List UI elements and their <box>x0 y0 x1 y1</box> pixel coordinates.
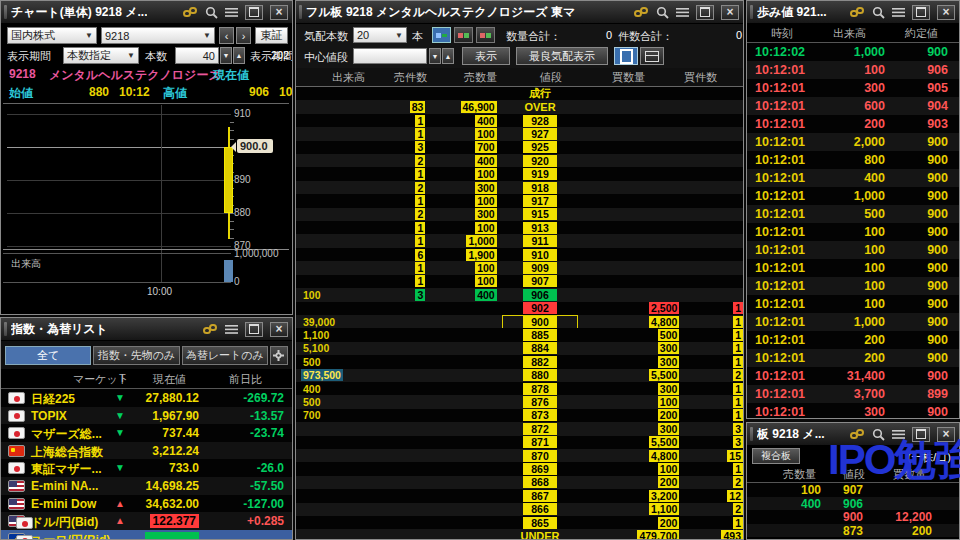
price-cell[interactable]: 871 <box>523 436 557 448</box>
orderbook-row[interactable]: 9022,5001 <box>296 302 743 315</box>
buy-qty-cell[interactable]: 300 <box>658 342 680 354</box>
buy-count-cell[interactable]: 2 <box>733 476 743 488</box>
orderbook-row[interactable]: 7008732001 <box>296 409 743 422</box>
buy-qty-cell[interactable]: 200 <box>658 476 680 488</box>
menu-icon[interactable] <box>676 7 689 18</box>
orderbook-row[interactable]: 1100907 <box>296 275 743 288</box>
sell-count-cell[interactable]: 2 <box>415 155 425 167</box>
sell-count-cell[interactable]: 2 <box>415 182 425 194</box>
next-code-button[interactable]: › <box>236 27 251 44</box>
orderbook-row[interactable]: 2300918 <box>296 181 743 194</box>
sell-count-cell[interactable]: 1 <box>415 115 425 127</box>
search-icon[interactable] <box>656 6 669 19</box>
orderbook-row[interactable]: 8652001 <box>296 516 743 529</box>
board-layout-icon-2[interactable] <box>454 27 473 43</box>
price-cell[interactable]: 927 <box>523 128 557 140</box>
center-price-step-up[interactable]: ▲ <box>442 48 454 64</box>
buy-count-cell[interactable]: 15 <box>727 450 743 462</box>
buy-count-cell[interactable]: 2 <box>733 503 743 515</box>
buy-count-cell[interactable]: 1 <box>733 329 743 341</box>
buy-qty-cell[interactable]: 1,100 <box>649 503 679 515</box>
count-step-up[interactable]: ▲ <box>233 47 245 64</box>
orderbook-row[interactable]: 1100927 <box>296 127 743 140</box>
buy-qty-cell[interactable]: 5,500 <box>649 369 679 381</box>
orderbook-row[interactable]: 4008783001 <box>296 382 743 395</box>
tab-all[interactable]: 全て <box>5 346 91 365</box>
sell-count-cell[interactable]: 2 <box>415 208 425 220</box>
buy-count-cell[interactable]: 493 <box>721 530 743 540</box>
orderbook-row[interactable]: UNDER479,700493 <box>296 529 743 540</box>
count-step-down[interactable]: ▼ <box>220 47 232 64</box>
prev-code-button[interactable]: ‹ <box>219 27 234 44</box>
search-icon[interactable] <box>205 6 218 19</box>
price-cell[interactable]: 910 <box>523 249 557 261</box>
buy-qty-cell[interactable]: 300 <box>658 383 680 395</box>
orderbook-row[interactable]: 61,900910 <box>296 248 743 261</box>
settings-button[interactable] <box>270 346 288 365</box>
orderbook-row[interactable]: 8704,80015 <box>296 449 743 462</box>
buy-qty-cell[interactable]: 3,200 <box>649 490 679 502</box>
close-button[interactable]: × <box>937 5 955 20</box>
center-price-input[interactable] <box>353 48 427 64</box>
best-quote-button[interactable]: 最良気配表示 <box>516 47 608 65</box>
board-layout-icon-1[interactable] <box>432 27 451 43</box>
search-icon[interactable] <box>872 6 885 19</box>
price-cell[interactable]: 872 <box>523 423 557 435</box>
maximize-button[interactable] <box>912 427 930 442</box>
buy-qty-cell[interactable]: 100 <box>658 463 680 475</box>
sell-qty-cell[interactable]: 100 <box>475 195 497 207</box>
sell-qty-cell[interactable]: 100 <box>475 168 497 180</box>
buy-qty-cell[interactable]: 4,800 <box>649 450 679 462</box>
buy-qty-cell[interactable]: 2,500 <box>649 302 679 314</box>
index-titlebar[interactable]: 指数・為替リスト × <box>1 318 292 341</box>
orderbook-row[interactable]: 1100909 <box>296 261 743 274</box>
orderbook-row[interactable]: 5,1008843001 <box>296 342 743 355</box>
price-cell[interactable]: 920 <box>523 155 557 167</box>
link-icon[interactable] <box>203 323 218 335</box>
orderbook-row[interactable]: 2300915 <box>296 208 743 221</box>
board-row[interactable]: 90012,200 <box>747 510 959 524</box>
link-icon[interactable] <box>634 6 649 18</box>
price-cell[interactable]: 867 <box>523 490 557 502</box>
sell-qty-cell[interactable]: 100 <box>475 262 497 274</box>
orderbook-row[interactable]: 2400920 <box>296 154 743 167</box>
buy-qty-cell[interactable]: 500 <box>658 329 680 341</box>
menu-icon[interactable] <box>225 7 238 18</box>
orderbook-row[interactable]: 3700925 <box>296 141 743 154</box>
price-cell[interactable]: 880 <box>523 369 557 381</box>
buy-count-cell[interactable]: 1 <box>733 383 743 395</box>
orderbook-row[interactable]: 973,5008805,5002 <box>296 369 743 382</box>
buy-count-cell[interactable]: 1 <box>733 342 743 354</box>
sell-qty-cell[interactable]: 700 <box>475 141 497 153</box>
orderbook-row[interactable]: 8691001 <box>296 462 743 475</box>
market-select[interactable]: 国内株式▼ <box>7 27 97 44</box>
buy-count-cell[interactable]: 3 <box>733 423 743 435</box>
link-icon[interactable] <box>183 6 198 18</box>
price-cell[interactable]: 876 <box>523 396 557 408</box>
count-input[interactable]: 40 <box>175 47 219 64</box>
close-button[interactable]: × <box>937 427 955 442</box>
close-button[interactable]: × <box>270 5 288 20</box>
drag-grip[interactable] <box>750 5 753 19</box>
index-row[interactable]: 東証マザー...▼733.0-26.0 <box>1 459 292 477</box>
candlestick-chart[interactable]: 910890880870900.0出来高1,000,000010:00 <box>1 101 292 314</box>
price-cell[interactable]: 917 <box>523 195 557 207</box>
orderbook-row[interactable]: 8661,1002 <box>296 503 743 516</box>
board-row[interactable]: 400906 <box>747 497 959 511</box>
sell-count-cell[interactable]: 83 <box>410 101 426 113</box>
price-cell[interactable]: 869 <box>523 463 557 475</box>
sell-count-cell[interactable]: 1 <box>415 128 425 140</box>
price-cell[interactable]: 919 <box>523 168 557 180</box>
drag-grip[interactable] <box>299 5 302 19</box>
drag-grip[interactable] <box>750 427 753 441</box>
index-row[interactable]: TOPIX▼1,967.90-13.57 <box>1 407 292 425</box>
sell-count-cell[interactable]: 1 <box>415 168 425 180</box>
orderbook-row[interactable]: 成行 <box>296 87 743 100</box>
maximize-button[interactable] <box>245 5 263 20</box>
buy-qty-cell[interactable]: 300 <box>658 356 680 368</box>
price-cell[interactable]: 906 <box>523 289 557 301</box>
index-row[interactable]: ユーロ/円(Bid) <box>1 530 292 540</box>
board-titlebar[interactable]: 板 9218 メ... × <box>747 423 959 446</box>
price-cell[interactable]: 成行 <box>529 86 551 101</box>
price-cell[interactable]: 913 <box>523 222 557 234</box>
